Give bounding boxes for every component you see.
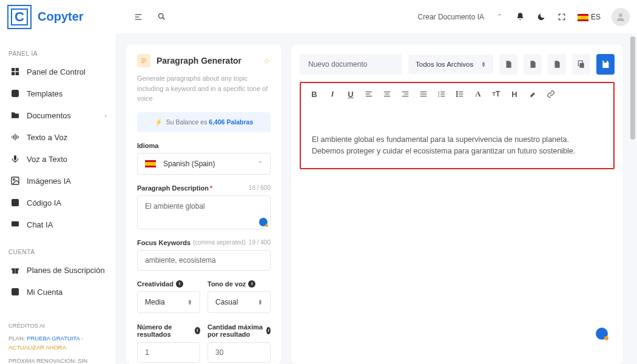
sidebar-item-code[interactable]: Código IA — [6, 192, 110, 214]
svg-point-53 — [456, 96, 457, 97]
generator-desc: Generate paragraphs about any topic incl… — [137, 73, 271, 104]
sidebar-item-templates[interactable]: Templates — [6, 83, 110, 104]
tone-label: Tono de vozi — [207, 280, 271, 288]
info-icon[interactable]: i — [195, 327, 200, 334]
lang-label: Idioma — [137, 142, 271, 149]
create-document-link[interactable]: Crear Documento IA — [418, 13, 484, 21]
font-size-button[interactable]: TT — [491, 89, 501, 99]
flag-es-icon — [578, 14, 588, 21]
info-icon[interactable]: i — [248, 280, 255, 288]
sidebar-item-account[interactable]: Mi Cuenta — [6, 281, 110, 303]
dark-mode-icon[interactable] — [536, 12, 546, 22]
language-select[interactable]: Spanish (Spain) ⌃ — [137, 153, 271, 175]
svg-line-4 — [163, 18, 164, 19]
balance-banner: ⚡Su Balance es 6,406 Palabras — [137, 112, 271, 132]
topbar: C Copyter Crear Documento IA ⌃ ES — [0, 0, 637, 33]
brand-name: Copyter — [38, 10, 84, 24]
keywords-input[interactable]: ambiente, ecosistema — [137, 250, 271, 271]
editor-content[interactable]: El ambiente global es fundamental para l… — [301, 105, 613, 168]
link-button[interactable] — [546, 89, 556, 99]
svg-rect-19 — [12, 199, 19, 206]
export-txt-button[interactable] — [548, 54, 566, 75]
font-button[interactable]: A — [473, 89, 483, 99]
desc-label: Paragraph Description*18 / 600 — [137, 184, 271, 192]
plan-name[interactable]: PRUEBA GRATUITA — [27, 335, 79, 342]
sidebar-item-documents[interactable]: Documentos› — [6, 104, 110, 126]
favorite-icon[interactable]: ☆ — [263, 56, 271, 66]
ordered-list-button[interactable]: 123 — [437, 89, 447, 99]
maxper-input[interactable]: 30 — [207, 342, 271, 363]
generator-panel: Paragraph Generator ☆ Generate paragraph… — [126, 44, 281, 364]
upgrade-link[interactable]: ACTUALIZAR AHORA — [8, 344, 66, 351]
results-input[interactable]: 1 — [137, 342, 200, 363]
heading-button[interactable]: H — [510, 89, 519, 99]
dashboard-icon — [10, 66, 21, 77]
sidebar-section-panel: PANEL IA — [8, 50, 110, 57]
sidebar-item-label: Templates — [27, 89, 62, 98]
sidebar-item-images[interactable]: Imágenes IA — [6, 170, 110, 192]
align-justify-button[interactable] — [419, 89, 428, 99]
info-icon[interactable]: i — [266, 327, 271, 334]
highlight-button[interactable] — [528, 89, 538, 99]
floating-assist-badge[interactable] — [596, 328, 608, 340]
svg-rect-26 — [141, 61, 146, 61]
export-word-button[interactable] — [499, 54, 517, 75]
document-title-input[interactable]: Nuevo documento — [300, 54, 402, 75]
bold-button[interactable]: B — [309, 89, 319, 99]
sidebar: PANEL IA Panel de Control Templates Docu… — [0, 33, 115, 364]
bell-icon[interactable] — [516, 12, 525, 22]
logo-icon: C — [7, 5, 32, 29]
align-center-button[interactable] — [382, 89, 392, 99]
renewal-text: PRÓXIMA RENOVACIÓN: SIN RENOVACIÓN — [8, 356, 108, 364]
logo[interactable]: C Copyter — [7, 5, 115, 29]
sidebar-item-label: Texto a Voz — [27, 133, 67, 142]
underline-button[interactable]: U — [346, 89, 356, 99]
tone-select[interactable]: Casual▲▼ — [207, 291, 271, 313]
description-input[interactable]: El ambiente global — [137, 195, 271, 229]
sidebar-item-tts[interactable]: Texto a Voz — [6, 126, 110, 148]
svg-rect-24 — [12, 288, 19, 295]
svg-rect-25 — [141, 59, 146, 59]
page-scrollbar[interactable] — [629, 36, 637, 364]
bolt-icon: ⚡ — [155, 118, 163, 126]
ai-assist-badge[interactable] — [259, 218, 268, 226]
chat-icon — [10, 219, 21, 230]
copy-button[interactable] — [572, 54, 590, 75]
search-icon[interactable] — [157, 12, 166, 22]
editor-toolbar: B I U 123 A TT H — [301, 83, 613, 105]
info-icon[interactable]: i — [176, 280, 183, 288]
editor-highlight: B I U 123 A TT H El ambiente global es f… — [300, 82, 615, 169]
fullscreen-icon[interactable] — [557, 12, 567, 22]
maxper-label: Cantidad máxima por resultadoi — [207, 323, 271, 339]
document-panel: Nuevo documento Todos los Archivos▲▼ B I… — [291, 44, 623, 364]
sort-icon: ▲▼ — [481, 61, 486, 67]
svg-rect-7 — [16, 68, 19, 71]
sidebar-item-plans[interactable]: Planes de Suscripción — [6, 259, 110, 281]
user-avatar[interactable] — [612, 8, 630, 26]
results-label: Número de resultadosi — [137, 323, 200, 339]
archive-select[interactable]: Todos los Archivos▲▼ — [408, 55, 493, 74]
unordered-list-button[interactable] — [455, 89, 465, 99]
sidebar-item-label: Código IA — [27, 198, 61, 207]
svg-point-5 — [619, 13, 622, 17]
align-left-button[interactable] — [364, 89, 374, 99]
menu-toggle-icon[interactable] — [133, 12, 143, 22]
sidebar-item-label: Voz a Texto — [27, 155, 67, 164]
sidebar-item-stt[interactable]: Voz a Texto — [6, 148, 110, 170]
creativity-select[interactable]: Media▲▼ — [137, 291, 200, 313]
sidebar-item-panel[interactable]: Panel de Control — [6, 61, 110, 83]
svg-point-52 — [456, 93, 457, 95]
sidebar-item-label: Mi Cuenta — [27, 288, 62, 297]
chevron-up-icon[interactable]: ⌃ — [495, 12, 505, 22]
svg-rect-9 — [16, 72, 19, 75]
svg-rect-17 — [12, 177, 19, 184]
language-value: Spanish (Spain) — [163, 160, 215, 168]
sidebar-item-chat[interactable]: Chat IA — [6, 214, 110, 235]
align-right-button[interactable] — [400, 89, 410, 99]
italic-button[interactable]: I — [328, 89, 337, 99]
save-button[interactable] — [596, 54, 615, 75]
generator-title: Paragraph Generator — [157, 56, 241, 66]
export-pdf-button[interactable] — [524, 54, 542, 75]
svg-rect-16 — [14, 155, 16, 160]
language-switcher[interactable]: ES — [578, 12, 601, 21]
